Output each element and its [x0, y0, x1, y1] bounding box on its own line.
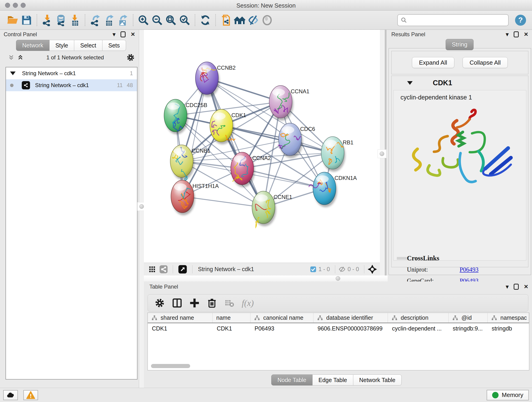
- network-node-CDKN1A[interactable]: CDKN1A: [309, 172, 357, 207]
- warnings-button[interactable]: [23, 390, 38, 400]
- clear-table-icon[interactable]: [221, 296, 238, 310]
- expand-all-button[interactable]: Expand All: [412, 57, 454, 68]
- memory-button[interactable]: Memory: [487, 390, 529, 400]
- first-neighbors-icon[interactable]: [233, 13, 247, 27]
- expand-all-chevron-icon[interactable]: [17, 54, 24, 61]
- network-options-gear-icon[interactable]: [127, 53, 135, 62]
- panel-menu-icon[interactable]: ▾: [506, 284, 509, 289]
- column-header-database-identifier[interactable]: database identifier: [313, 313, 388, 323]
- cloud-status-button[interactable]: [3, 390, 18, 400]
- tab-string[interactable]: String: [446, 39, 474, 50]
- delete-column-icon[interactable]: [203, 296, 221, 310]
- zoom-out-icon[interactable]: [150, 13, 164, 27]
- network-node-CCNA1[interactable]: CCNA1: [269, 85, 309, 121]
- splitter-handle[interactable]: [378, 149, 386, 158]
- tab-sets[interactable]: Sets: [102, 40, 126, 51]
- save-session-icon[interactable]: [20, 13, 33, 27]
- network-node-CDK1[interactable]: CDK1: [210, 109, 246, 144]
- detach-view-icon[interactable]: [176, 262, 189, 276]
- close-panel-icon[interactable]: ✕: [131, 32, 135, 37]
- show-all-eye-icon[interactable]: [260, 13, 274, 27]
- zoom-selected-icon[interactable]: [178, 13, 191, 27]
- vertical-splitter-left[interactable]: [139, 30, 144, 388]
- close-panel-icon[interactable]: ✕: [524, 32, 528, 37]
- crosslink-label: Uniprot:: [407, 266, 460, 273]
- collapse-all-button[interactable]: Collapse All: [462, 57, 508, 68]
- network-node-CDC6[interactable]: CDC6: [278, 123, 315, 158]
- table-row[interactable]: CDK1CDK1P064939606.ENSP00000378699cyclin…: [148, 323, 529, 334]
- show-columns-icon[interactable]: [168, 296, 186, 310]
- network-canvas[interactable]: CCNB2CCNA1CDC25BCDK1CDC6RB1CCNB1CCNA2CDK…: [144, 30, 380, 263]
- column-header-namespac[interactable]: namespac: [488, 313, 529, 323]
- column-header-name[interactable]: name: [213, 313, 250, 323]
- tab-select[interactable]: Select: [74, 40, 102, 51]
- close-panel-icon[interactable]: ✕: [524, 284, 528, 289]
- network-node-CCNE1[interactable]: CCNE1: [252, 191, 292, 227]
- tab-network[interactable]: Network: [16, 40, 50, 51]
- uniprot-link[interactable]: P06493: [460, 266, 479, 273]
- float-panel-icon[interactable]: [514, 284, 519, 290]
- export-table-icon[interactable]: [102, 13, 116, 27]
- network-node-HIST1H1A[interactable]: HIST1H1A: [171, 180, 219, 215]
- import-network-file-icon[interactable]: [40, 13, 54, 27]
- export-image-icon[interactable]: [116, 13, 130, 27]
- node-count: 11: [117, 82, 123, 89]
- import-table-file-icon[interactable]: [68, 13, 82, 27]
- search-input[interactable]: [407, 16, 505, 24]
- panel-menu-icon[interactable]: ▾: [113, 32, 115, 37]
- column-header--id[interactable]: @id: [449, 313, 488, 323]
- import-network-database-icon[interactable]: [54, 13, 68, 27]
- network-node-CCNB1[interactable]: CCNB1: [170, 145, 210, 180]
- table-horizontal-scrollbar[interactable]: [151, 364, 190, 368]
- collapse-collection-icon[interactable]: [10, 71, 16, 75]
- network-node-RB1[interactable]: RB1: [321, 137, 354, 172]
- refresh-icon[interactable]: [198, 13, 212, 27]
- grid-view-icon[interactable]: [147, 262, 158, 276]
- table-cell[interactable]: stringdb: [488, 323, 529, 334]
- selected-checkbox-icon[interactable]: [310, 266, 317, 273]
- table-cell[interactable]: cyclin-dependent ...: [388, 323, 449, 334]
- hidden-eye-icon[interactable]: [338, 266, 346, 273]
- node-label-CDC6: CDC6: [300, 126, 315, 132]
- column-header-canonical-name[interactable]: canonical name: [250, 313, 313, 323]
- gene-description: cyclin-dependent kinase 1: [394, 90, 526, 101]
- column-header-description[interactable]: description: [388, 313, 449, 323]
- zoom-in-icon[interactable]: [137, 13, 150, 27]
- zoom-fit-icon[interactable]: [164, 13, 178, 27]
- table-settings-gear-icon[interactable]: [151, 296, 168, 310]
- tab-style[interactable]: Style: [50, 40, 75, 51]
- network-collection-row[interactable]: String Network – cdk1 1: [6, 67, 137, 79]
- node-table[interactable]: shared namenamecanonical namedatabase id…: [147, 313, 529, 370]
- collection-count: 1: [130, 70, 133, 77]
- float-panel-icon[interactable]: [120, 32, 126, 37]
- collapse-gene-icon[interactable]: [407, 81, 413, 85]
- column-header-shared-name[interactable]: shared name: [148, 313, 213, 323]
- tab-edge-table[interactable]: Edge Table: [312, 375, 353, 385]
- memory-label: Memory: [502, 391, 523, 399]
- tab-network-table[interactable]: Network Table: [353, 375, 402, 385]
- collapse-all-chevron-icon[interactable]: [8, 54, 15, 61]
- table-cell[interactable]: CDK1: [148, 323, 213, 334]
- float-panel-icon[interactable]: [514, 32, 519, 37]
- toolbar-separator: [133, 14, 133, 26]
- network-node-CDC25B[interactable]: CDC25B: [164, 99, 207, 134]
- fit-selection-crosshair-icon[interactable]: [367, 264, 377, 274]
- table-cell[interactable]: CDK1: [213, 323, 250, 334]
- help-icon[interactable]: ?: [515, 15, 526, 26]
- network-row-selected[interactable]: String Network – cdk1 11 48: [6, 79, 137, 91]
- open-in-browser-icon[interactable]: [219, 13, 233, 27]
- network-node-CCNA2[interactable]: CCNA2: [231, 152, 271, 187]
- hide-selection-eye-icon[interactable]: [247, 13, 260, 27]
- function-builder-icon[interactable]: f(x): [242, 298, 254, 308]
- vertical-splitter-right[interactable]: [380, 30, 386, 275]
- export-network-icon[interactable]: [89, 13, 102, 27]
- tab-node-table[interactable]: Node Table: [271, 375, 312, 385]
- results-scrollbar[interactable]: [397, 257, 407, 260]
- table-cell[interactable]: 9606.ENSP00000378699: [313, 323, 388, 334]
- open-session-icon[interactable]: [6, 13, 20, 27]
- add-column-icon[interactable]: [186, 296, 203, 310]
- table-cell[interactable]: P06493: [250, 323, 313, 334]
- share-network-icon[interactable]: [158, 262, 170, 276]
- panel-menu-icon[interactable]: ▾: [506, 32, 509, 37]
- table-cell[interactable]: stringdb:9...: [449, 323, 488, 334]
